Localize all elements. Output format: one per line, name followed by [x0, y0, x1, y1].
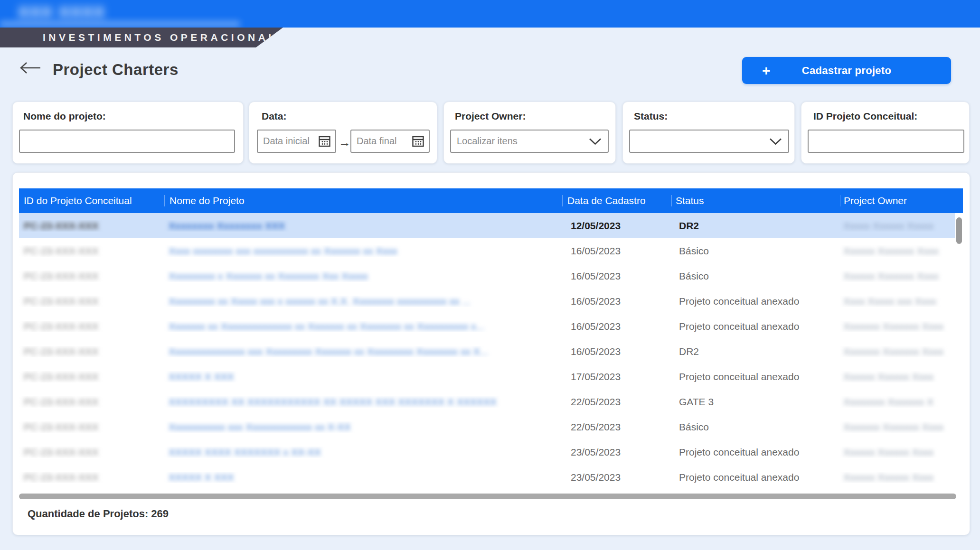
date-end-input[interactable]: Data final: [350, 130, 430, 153]
registration-date-value: 16/05/2023: [562, 346, 671, 357]
project-owner-redacted: Xxxxxx Xxxxxxx Xxxx: [843, 245, 939, 256]
filter-project-name: Nome do projeto:: [12, 102, 244, 164]
project-owner-redacted: Xxxxxxxx Xxxxxxx X: [843, 396, 933, 407]
registration-date-value: 16/05/2023: [562, 296, 671, 307]
registration-date-value: 22/05/2023: [562, 421, 671, 433]
logo-blur-streak: [0, 21, 240, 27]
project-name-link-redacted[interactable]: XXXXX XXXX XXXXXXX x XX-XX: [169, 447, 321, 457]
registration-date-value: 16/05/2023: [562, 245, 671, 257]
project-name-link-redacted[interactable]: XXXXX X XXX: [169, 472, 234, 483]
status-value: DR2: [671, 346, 840, 357]
conceptual-id-label: ID Projeto Conceitual:: [813, 111, 917, 122]
plus-icon: +: [762, 64, 771, 78]
registration-date-value: 12/05/2023: [562, 220, 671, 232]
status-value: Básico: [671, 421, 840, 433]
status-value: DR2: [671, 220, 840, 232]
project-id-redacted: PC-23-XXX-XXX: [24, 447, 99, 457]
app-logo[interactable]: XXX XXXX: [18, 3, 105, 21]
registration-date-value: 22/05/2023: [562, 396, 671, 408]
calendar-icon[interactable]: [412, 135, 424, 148]
table-row[interactable]: PC-23-XXX-XXX Xxxxxxxxx xx Xxxxx xxx x x…: [19, 289, 955, 314]
project-owner-redacted: Xxxxxx Xxxxxx Xxxx: [843, 472, 933, 483]
vertical-scrollbar-thumb[interactable]: [956, 217, 962, 244]
table-row[interactable]: PC-23-XXX-XXX Xxxxxxxxxxxxxxx xxx Xxxxxx…: [19, 339, 955, 364]
registration-date-value: 17/05/2023: [562, 371, 671, 382]
calendar-icon[interactable]: [318, 135, 331, 148]
filter-date: Data: Data inicial → Data final: [249, 102, 437, 164]
registration-date-value: 16/05/2023: [562, 270, 671, 282]
project-name-label: Nome do projeto:: [23, 111, 106, 122]
status-value: Projeto conceitual anexado: [671, 472, 840, 483]
project-owner-redacted: Xxxxxx Xxxxxxx Xxxx: [843, 270, 939, 281]
project-name-link-redacted[interactable]: XXXXX X XXX: [169, 371, 234, 382]
project-name-link-redacted[interactable]: Xxxxxxxxxxxxxxx xxx Xxxxxxxxx Xxxxxxx xx…: [169, 346, 488, 357]
project-owner-redacted: Xxxxxx Xxxxxx Xxxx: [843, 447, 933, 457]
status-select[interactable]: [629, 130, 789, 153]
filter-status: Status:: [622, 102, 795, 164]
project-owner-redacted: Xxxxxxx Xxxxxxx Xxxx: [843, 321, 943, 332]
column-header-registration-date: Data de Cadastro: [562, 195, 671, 206]
table-row[interactable]: PC-23-XXX-XXX XXXXX X XXX 23/05/2023 Pro…: [19, 465, 955, 490]
back-button[interactable]: [18, 61, 42, 75]
project-id-redacted: PC-23-XXX-XXX: [24, 371, 99, 382]
status-value: Projeto conceitual anexado: [671, 371, 840, 382]
status-value: Básico: [671, 270, 840, 282]
module-banner-label: INVESTIMENTOS OPERACIONAIS: [43, 32, 284, 43]
conceptual-id-input[interactable]: [808, 130, 964, 153]
horizontal-scrollbar[interactable]: [19, 494, 956, 499]
module-banner: INVESTIMENTOS OPERACIONAIS: [0, 28, 283, 47]
status-value: GATE 3: [671, 396, 840, 408]
column-header-project-owner: Project Owner: [840, 195, 963, 206]
table-row[interactable]: PC-23-XXX-XXX Xxxxxxxxx x Xxxxxxx xx Xxx…: [19, 263, 955, 289]
filter-conceptual-id: ID Projeto Conceitual:: [801, 102, 970, 164]
project-id-redacted: PC-23-XXX-XXX: [24, 346, 99, 357]
project-name-link-redacted[interactable]: XXXXXXXXX XX XXXXXXXXXXX XX XXXXX XXX XX…: [169, 396, 497, 407]
project-owner-redacted: Xxxxxxx Xxxxxxx Xxxx: [843, 346, 943, 357]
date-end-placeholder: Data final: [357, 136, 397, 147]
project-name-input[interactable]: [19, 130, 235, 153]
project-owner-label: Project Owner:: [455, 111, 526, 122]
table-row[interactable]: PC-23-XXX-XXX Xxxxxxx xx Xxxxxxxxxxxxxx …: [19, 314, 955, 339]
status-value: Projeto conceitual anexado: [671, 447, 840, 458]
chevron-down-icon: [589, 138, 602, 145]
project-name-link-redacted[interactable]: Xxxxxxxx Xxxxxxxx XXX: [169, 220, 285, 231]
chevron-down-icon: [769, 138, 782, 145]
project-owner-select[interactable]: Localizar itens: [450, 130, 609, 153]
projects-table-card: ID do Projeto Conceitual Nome do Projeto…: [12, 172, 970, 535]
table-row[interactable]: PC-23-XXX-XXX Xxxxxxxx Xxxxxxxx XXX 12/0…: [19, 213, 955, 238]
project-owner-redacted: Xxxxxxx Xxxxxxx Xxxx: [843, 421, 943, 432]
register-project-button[interactable]: + Cadastrar projeto: [742, 57, 951, 84]
table-row[interactable]: PC-23-XXX-XXX Xxxx xxxxxxxx xxx xxxxxxxx…: [19, 238, 955, 263]
project-id-redacted: PC-23-XXX-XXX: [24, 321, 99, 332]
registration-date-value: 16/05/2023: [562, 321, 671, 332]
table-row[interactable]: PC-23-XXX-XXX XXXXXXXXX XX XXXXXXXXXXX X…: [19, 389, 955, 414]
project-name-link-redacted[interactable]: Xxxxxxxxx xx Xxxxx xxx x xxxxxx xx X.X. …: [169, 296, 471, 307]
status-value: Projeto conceitual anexado: [671, 296, 840, 307]
date-start-input[interactable]: Data inicial: [257, 130, 336, 153]
page-title: Project Charters: [53, 61, 179, 79]
date-start-placeholder: Data inicial: [263, 136, 310, 147]
registration-date-value: 23/05/2023: [562, 447, 671, 458]
register-project-label: Cadastrar projeto: [802, 65, 891, 76]
top-bar: XXX XXXX: [0, 0, 980, 28]
project-name-link-redacted[interactable]: Xxxxxxxxxxx xxx Xxxxxxxxxxxxx xx X-XX: [169, 421, 351, 432]
table-row[interactable]: PC-23-XXX-XXX XXXXX X XXX 17/05/2023 Pro…: [19, 364, 955, 389]
table-row[interactable]: PC-23-XXX-XXX XXXXX XXXX XXXXXXX x XX-XX…: [19, 439, 955, 465]
project-name-link-redacted[interactable]: Xxxx xxxxxxxx xxx xxxxxxxxxxx xx Xxxxxxx…: [169, 245, 397, 256]
status-value: Básico: [671, 245, 840, 257]
project-id-redacted: PC-23-XXX-XXX: [24, 296, 99, 307]
project-owner-redacted: Xxxxx Xxxxxx Xxxxx: [843, 220, 933, 231]
project-name-link-redacted[interactable]: Xxxxxxxxx x Xxxxxxx xx Xxxxxxxx Xxx Xxxx…: [169, 270, 368, 281]
projects-count: Quantidade de Projetos: 269: [28, 508, 169, 520]
project-owner-redacted: Xxxxxx Xxxxxx Xxxx: [843, 371, 933, 382]
table-header-row: ID do Projeto Conceitual Nome do Projeto…: [19, 188, 963, 213]
project-name-link-redacted[interactable]: Xxxxxxx xx Xxxxxxxxxxxxxx xx Xxxxxxx xx …: [169, 321, 484, 332]
table-body: PC-23-XXX-XXX Xxxxxxxx Xxxxxxxx XXX 12/0…: [19, 213, 963, 490]
arrow-right-icon: →: [339, 135, 351, 150]
registration-date-value: 23/05/2023: [562, 472, 671, 483]
project-owner-redacted: Xxxx Xxxxx xxx Xxxx: [843, 296, 936, 307]
table-row[interactable]: PC-23-XXX-XXX Xxxxxxxxxxx xxx Xxxxxxxxxx…: [19, 414, 955, 439]
project-id-redacted: PC-23-XXX-XXX: [24, 421, 99, 432]
filter-project-owner: Project Owner: Localizar itens: [443, 102, 616, 164]
column-header-project-name: Nome do Projeto: [164, 195, 562, 206]
